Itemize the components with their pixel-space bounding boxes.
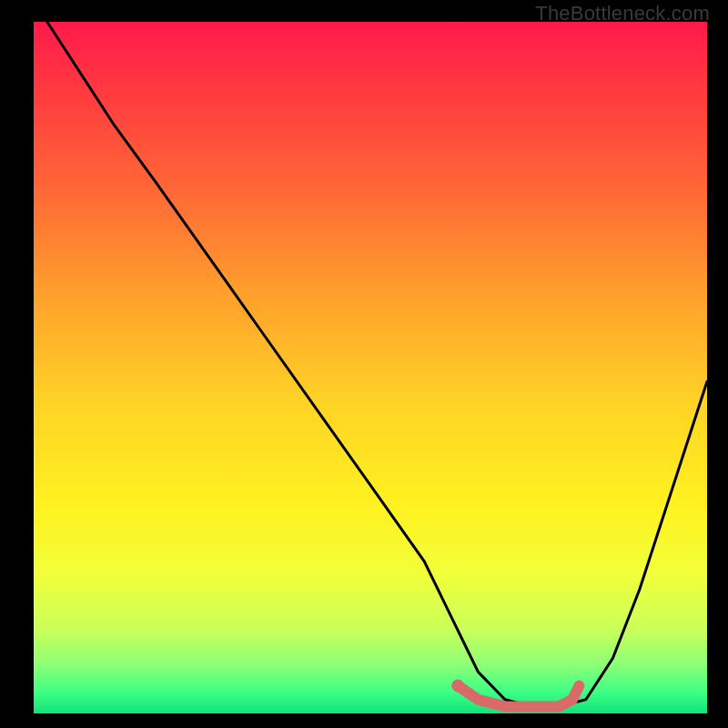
plot-area: [34, 22, 707, 713]
chart-svg: [34, 22, 707, 713]
optimal-range-line: [458, 686, 579, 707]
bottleneck-curve-line: [47, 22, 707, 706]
optimal-marker-dot: [451, 680, 464, 693]
chart-frame: TheBottleneck.com: [0, 0, 728, 728]
